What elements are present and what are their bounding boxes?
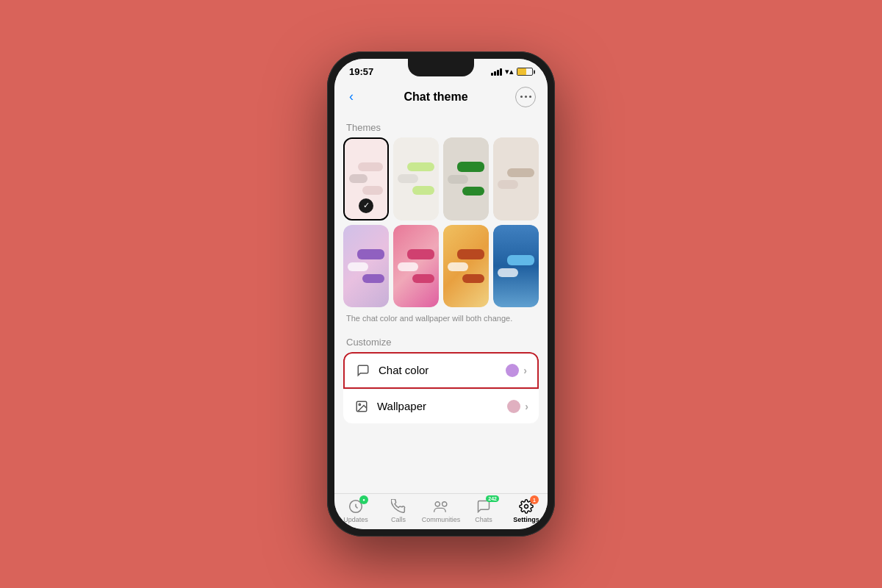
- theme-neutral[interactable]: [493, 137, 539, 220]
- content-area: Themes ✓: [334, 113, 548, 493]
- svg-point-1: [359, 404, 360, 405]
- settings-tab-label: Settings: [513, 516, 539, 523]
- chat-color-right: ›: [506, 364, 527, 377]
- chats-tab-label: Chats: [475, 516, 492, 523]
- tab-updates[interactable]: ● Updates: [334, 498, 377, 523]
- tab-bar: ● Updates Calls: [334, 493, 548, 529]
- wallpaper-color-preview: [507, 400, 520, 413]
- chat-color-preview: [506, 364, 519, 377]
- tab-chats[interactable]: 242 Chats: [462, 498, 505, 523]
- updates-badge: ●: [359, 495, 368, 504]
- wallpaper-icon: [354, 398, 370, 415]
- signal-icon: [491, 68, 502, 76]
- communities-tab-label: Communities: [422, 516, 461, 523]
- theme-default[interactable]: ✓: [343, 137, 389, 220]
- themes-section-label: Themes: [334, 113, 548, 137]
- chats-icon-wrap: 242: [474, 498, 493, 514]
- page-title: Chat theme: [356, 90, 515, 104]
- wifi-icon: ▾▴: [505, 67, 514, 76]
- svg-point-3: [435, 502, 440, 506]
- calls-icon: [391, 499, 406, 514]
- chat-color-item[interactable]: Chat color ›: [343, 352, 539, 389]
- theme-description: The chat color and wallpaper will both c…: [334, 307, 548, 330]
- status-time: 19:57: [349, 66, 373, 77]
- tab-settings[interactable]: 1 Settings: [505, 498, 548, 523]
- tab-communities[interactable]: Communities: [420, 498, 462, 523]
- tab-calls[interactable]: Calls: [377, 498, 420, 523]
- calls-icon-wrap: [389, 498, 408, 514]
- notch: [408, 59, 474, 76]
- chat-color-label: Chat color: [379, 364, 506, 376]
- communities-icon: [433, 499, 449, 514]
- communities-icon-wrap: [431, 498, 451, 514]
- wallpaper-label: Wallpaper: [377, 400, 507, 412]
- wallpaper-right: ›: [507, 400, 528, 413]
- settings-icon-wrap: 1: [517, 498, 536, 514]
- phone-frame: 19:57 ▾▴ ‹ Chat theme: [327, 51, 555, 537]
- back-button[interactable]: ‹: [346, 86, 356, 107]
- themes-row-1: ✓: [334, 137, 548, 220]
- header: ‹ Chat theme: [334, 80, 548, 113]
- updates-tab-label: Updates: [343, 516, 368, 523]
- chat-color-chevron: ›: [523, 365, 527, 376]
- calls-tab-label: Calls: [391, 516, 406, 523]
- phone-screen: 19:57 ▾▴ ‹ Chat theme: [334, 59, 548, 529]
- svg-point-4: [442, 502, 447, 506]
- customize-section-label: Customize: [334, 331, 548, 352]
- chats-badge: 242: [486, 495, 499, 502]
- battery-icon: [517, 68, 533, 76]
- theme-purple-floral[interactable]: [343, 225, 389, 308]
- selected-checkmark: ✓: [359, 198, 373, 213]
- theme-orange[interactable]: [443, 225, 489, 308]
- theme-dark-green[interactable]: [443, 137, 489, 220]
- customize-list: Chat color › Wallpaper: [343, 352, 539, 423]
- chat-color-icon: [355, 362, 371, 379]
- themes-row-2: [334, 220, 548, 308]
- theme-ocean[interactable]: [493, 225, 539, 308]
- wallpaper-item[interactable]: Wallpaper ›: [343, 389, 539, 423]
- more-button[interactable]: [515, 87, 536, 107]
- settings-badge: 1: [530, 495, 539, 504]
- svg-point-5: [525, 505, 528, 509]
- more-icon: [520, 96, 531, 98]
- status-icons: ▾▴: [491, 67, 533, 76]
- theme-green[interactable]: [393, 137, 439, 220]
- theme-pink-flower[interactable]: [393, 225, 439, 308]
- wallpaper-chevron: ›: [525, 401, 528, 412]
- updates-icon-wrap: ●: [346, 498, 365, 514]
